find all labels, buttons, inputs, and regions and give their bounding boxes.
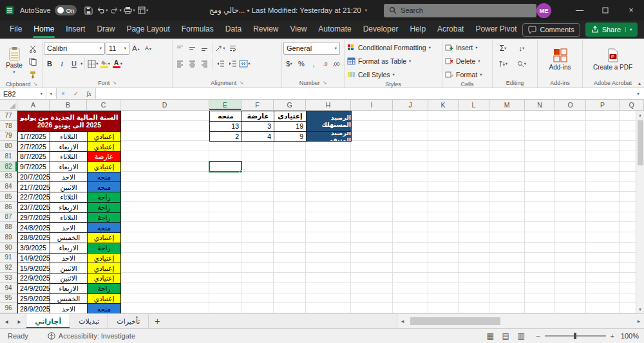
day-cell-B86[interactable]: الاربعاء <box>50 202 88 213</box>
day-cell-B81[interactable]: الثلاثاء <box>50 151 88 162</box>
date-cell-A84[interactable]: 21/7/2025 <box>17 181 50 192</box>
menu-tab-home[interactable]: Home <box>28 21 60 39</box>
remaining-value-1[interactable]: 4 <box>242 131 274 142</box>
column-header-b[interactable]: B <box>50 100 87 111</box>
search-box[interactable]: Search <box>384 4 536 17</box>
merge-center-button[interactable]: ▾ <box>239 58 251 70</box>
date-cell-A89[interactable]: 28/8/2025 <box>17 232 50 243</box>
column-header-q[interactable]: Q <box>620 100 644 111</box>
sheet-tab-0[interactable]: أجازاتي <box>26 314 70 328</box>
consumed-value-2[interactable]: 19 <box>274 121 307 132</box>
horizontal-scroll-track[interactable] <box>408 314 634 328</box>
leave-type-cell-C81[interactable]: عارضة <box>87 151 121 162</box>
day-cell-B92[interactable]: الاثنين <box>50 263 88 273</box>
day-cell-B80[interactable]: الاربعاء <box>50 141 88 152</box>
column-header-m[interactable]: M <box>489 100 525 111</box>
decrease-decimal-button[interactable]: .00 <box>331 58 341 70</box>
sheet-tab-1[interactable]: تبديلات <box>70 314 108 328</box>
redo-button[interactable]: ▾ <box>109 0 123 21</box>
date-cell-A93[interactable]: 22/9/2025 <box>17 273 50 284</box>
font-color-button[interactable]: A▾ <box>111 58 123 70</box>
menu-tab-formulas[interactable]: Formulas <box>176 21 220 39</box>
font-size-combo[interactable]: 11▾ <box>106 42 129 55</box>
column-header-k[interactable]: K <box>428 100 459 111</box>
align-top-button[interactable] <box>174 42 185 54</box>
undo-button[interactable]: ▾ <box>95 0 109 21</box>
menu-tab-page-layout[interactable]: Page Layout <box>120 21 175 39</box>
insert-function-button[interactable]: fx <box>82 88 95 99</box>
date-cell-A92[interactable]: 15/9/2025 <box>17 263 50 273</box>
column-header-f[interactable]: F <box>242 100 274 111</box>
page-break-view-button[interactable]: ▥ <box>514 331 528 340</box>
account-avatar[interactable]: ME <box>536 3 551 18</box>
column-header-n[interactable]: N <box>525 100 555 111</box>
menu-tab-help[interactable]: Help <box>404 21 431 39</box>
horizontal-scroll-thumb[interactable] <box>410 317 500 325</box>
column-header-j[interactable]: J <box>393 100 428 111</box>
maximize-button[interactable] <box>592 0 618 21</box>
increase-indent-button[interactable] <box>227 58 238 70</box>
leave-type-cell-C83[interactable]: منحه <box>87 172 121 183</box>
format-as-table-button[interactable]: Format as Table▾ <box>346 55 440 67</box>
leave-type-cell-C94[interactable]: راحة <box>87 283 121 294</box>
remaining-value-0[interactable]: 2 <box>209 131 242 142</box>
vertical-scroll-thumb[interactable] <box>638 120 643 165</box>
delete-cells-button[interactable]: Delete▾ <box>444 55 491 67</box>
day-cell-B88[interactable]: الاحد <box>50 222 88 233</box>
autosum-button[interactable]: Σ▾ <box>494 42 512 54</box>
document-title[interactable]: حالي ومح... • Last Modified: Yesterday a… <box>209 6 367 15</box>
column-header-g[interactable]: G <box>274 100 306 111</box>
paste-button[interactable]: Paste ▾ <box>3 41 26 80</box>
normal-view-button[interactable]: ▦ <box>483 331 497 340</box>
page-layout-view-button[interactable]: ▤ <box>498 331 513 340</box>
leave-type-cell-C87[interactable]: راحة <box>87 212 121 223</box>
column-header-h[interactable]: H <box>306 100 351 111</box>
consumed-balance-label[interactable]: الرصيد المستهلك <box>306 111 352 132</box>
create-pdf-button[interactable]: Create a PDF <box>584 41 641 78</box>
italic-button[interactable]: I <box>56 58 68 70</box>
leave-type-cell-C90[interactable]: راحة <box>87 243 121 254</box>
menu-tab-view[interactable]: View <box>285 21 313 39</box>
date-cell-A86[interactable]: 23/7/2025 <box>17 202 50 213</box>
day-cell-B87[interactable]: الثلاثاء <box>50 212 88 223</box>
date-cell-A94[interactable]: 24/9/2025 <box>17 283 50 294</box>
horizontal-scrollbar[interactable]: ◂ ▸ <box>397 314 644 328</box>
accessibility-checker[interactable]: Accessibility: Investigate <box>48 332 135 340</box>
menu-tab-acrobat[interactable]: Acrobat <box>431 21 469 39</box>
clipboard-dialog-launcher[interactable]: ↘ <box>33 81 37 87</box>
autosave-toggle[interactable]: On <box>55 5 77 15</box>
align-right-button[interactable] <box>198 58 210 70</box>
leave-type-cell-C80[interactable]: إعتيادي <box>87 141 121 152</box>
name-box[interactable]: E82▾ <box>0 88 46 99</box>
save-button[interactable] <box>82 0 95 21</box>
zoom-out-button[interactable]: − <box>536 332 540 340</box>
close-button[interactable]: × <box>618 0 644 21</box>
decrease-indent-button[interactable] <box>214 58 226 70</box>
column-header-p[interactable]: P <box>586 100 620 111</box>
remaining-balance-label[interactable]: الرصيد المتبقي <box>306 131 352 142</box>
align-center-button[interactable] <box>186 58 198 70</box>
increase-decimal-button[interactable]: .0 <box>320 58 330 70</box>
leave-type-cell-C93[interactable]: إعتيادي <box>87 273 121 284</box>
leave-type-cell-C91[interactable]: إعتيادي <box>87 253 121 264</box>
quick-print-button[interactable]: ▾ <box>123 0 137 21</box>
underline-button[interactable]: U <box>68 58 80 70</box>
menu-tab-draw[interactable]: Draw <box>91 21 120 39</box>
day-cell-B94[interactable]: الاربعاء <box>50 283 88 294</box>
menu-tab-automate[interactable]: Automate <box>312 21 357 39</box>
leave-type-cell-C96[interactable]: منحه <box>87 303 121 313</box>
zoom-slider-thumb[interactable] <box>574 333 576 339</box>
scroll-left-arrow[interactable]: ◂ <box>397 318 408 324</box>
scroll-up-arrow[interactable]: ▴ <box>639 111 641 119</box>
fill-color-button[interactable]: ▾ <box>99 58 111 70</box>
addins-button[interactable]: Add-ins <box>539 41 581 78</box>
day-cell-B82[interactable]: الاربعاء <box>50 162 88 172</box>
date-cell-A81[interactable]: 8/7/2025 <box>17 151 50 162</box>
leave-type-cell-C88[interactable]: منحه <box>87 222 121 233</box>
name-box-dropdown[interactable]: ▾ <box>46 88 57 99</box>
day-cell-B84[interactable]: الاثنين <box>50 181 88 192</box>
date-cell-A88[interactable]: 24/8/2025 <box>17 222 50 233</box>
font-name-combo[interactable]: Calibri▾ <box>44 42 105 55</box>
vertical-scrollbar[interactable]: ▴ ▾ <box>636 111 644 313</box>
consumed-value-0[interactable]: 13 <box>209 121 242 132</box>
